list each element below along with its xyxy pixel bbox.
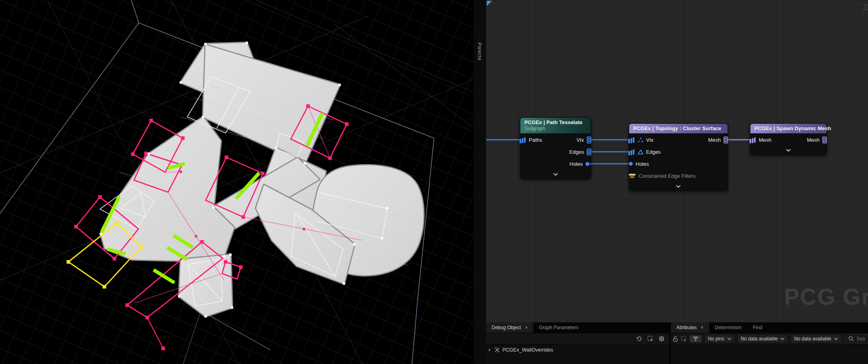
filter-icon xyxy=(693,336,698,341)
close-icon[interactable]: × xyxy=(701,325,704,330)
debug-panel-toolbar xyxy=(486,333,670,345)
stack-pin-icon xyxy=(822,137,827,143)
stack-pin-icon xyxy=(723,137,728,143)
debug-object-name: PCGEx_WallOverrides xyxy=(502,347,553,353)
palette-sidebar-tab[interactable]: Palette xyxy=(473,0,486,364)
pin-output-mesh[interactable]: Mesh xyxy=(807,137,827,143)
multi-data-pin-icon xyxy=(750,136,756,143)
pcg-graph-canvas[interactable]: Z PCG Gra PCGEx | Path Tesselate Subgrap… xyxy=(486,0,868,322)
node-title: PCGEx | Topology : Cluster Surface xyxy=(633,125,724,131)
close-icon[interactable]: × xyxy=(525,325,528,330)
filter-button[interactable] xyxy=(689,335,702,343)
pin-output-mesh[interactable]: Mesh xyxy=(708,137,728,143)
node-header: PCGEx | Path Tesselate Subgraph xyxy=(520,118,591,134)
bottom-dock: Debug Object × Graph Parameters xyxy=(486,322,868,364)
node-subtitle: Subgraph xyxy=(524,126,587,131)
stack-pin-icon xyxy=(586,137,592,143)
node-collapse-button[interactable] xyxy=(520,170,591,179)
pin-input-mesh[interactable]: Mesh xyxy=(750,136,772,143)
chevron-down-icon xyxy=(676,185,681,188)
node-header: PCGEx | Topology : Cluster Surface xyxy=(629,124,728,134)
multi-data-pin-icon xyxy=(628,148,635,155)
pins-dropdown[interactable]: No pins xyxy=(704,334,735,343)
node-topology-cluster-surface[interactable]: PCGEx | Topology : Cluster Surface Vtx M… xyxy=(629,123,728,191)
pin-output-vtx[interactable]: Vtx xyxy=(576,137,592,143)
search-placeholder: Sea xyxy=(856,336,865,342)
attributes-panel: Attributes × Determinism Find xyxy=(670,322,868,364)
node-spawn-dynamic-mesh[interactable]: PCGEx | Spawn Dynamic Mesh Mesh Mesh xyxy=(750,123,827,155)
node-path-tesselate[interactable]: PCGEx | Path Tesselate Subgraph Paths Vt… xyxy=(520,117,591,179)
tab-attributes[interactable]: Attributes × xyxy=(671,322,709,333)
point-pin-icon xyxy=(628,161,633,166)
node-title: PCGEx | Spawn Dynamic Mesh xyxy=(754,125,822,131)
pin-input-constrained-edge-filters[interactable]: Constrained Edge Filters xyxy=(628,173,696,179)
gear-icon xyxy=(658,336,665,342)
select-node-button[interactable] xyxy=(681,336,687,342)
unlock-icon xyxy=(672,336,678,342)
point-pin-icon xyxy=(585,162,592,166)
search-icon xyxy=(848,336,854,342)
history-back-button[interactable] xyxy=(636,336,642,342)
pin-input-vtx[interactable]: Vtx xyxy=(628,136,654,143)
debug-object-list: PCGEx_WallOverrides xyxy=(486,345,670,364)
tab-graph-parameters[interactable]: Graph Parameters xyxy=(533,322,584,333)
select-object-button[interactable] xyxy=(647,336,654,342)
marquee-select-icon xyxy=(647,336,654,342)
pcg-component-icon xyxy=(494,347,500,353)
stack-pin-icon xyxy=(586,149,592,155)
chevron-down-icon xyxy=(780,338,784,340)
lock-toggle-button[interactable] xyxy=(672,336,678,342)
settings-button[interactable] xyxy=(658,336,665,342)
data-dropdown-left[interactable]: No data available xyxy=(737,334,788,343)
chevron-down-icon xyxy=(727,338,731,340)
palette-label[interactable]: Palette xyxy=(477,42,482,61)
debug-panel-tabbar: Debug Object × Graph Parameters xyxy=(486,322,670,333)
pin-output-holes[interactable]: Holes xyxy=(570,161,592,167)
tab-determinism[interactable]: Determinism xyxy=(709,322,747,333)
history-icon xyxy=(636,336,642,342)
tab-find[interactable]: Find xyxy=(747,322,768,333)
data-dropdown-right[interactable]: No data available xyxy=(790,334,842,343)
list-item[interactable]: PCGEx_WallOverrides xyxy=(486,345,670,355)
viewport-scene xyxy=(0,0,473,364)
expander-triangle-icon[interactable] xyxy=(488,348,492,352)
viewport-3d[interactable] xyxy=(0,0,473,364)
node-header: PCGEx | Spawn Dynamic Mesh xyxy=(750,124,826,134)
filter-stack-icon xyxy=(628,173,636,179)
node-collapse-button[interactable] xyxy=(629,182,728,191)
edges-triangle-icon xyxy=(638,149,644,155)
search-input[interactable]: Sea xyxy=(844,334,868,343)
marquee-select-icon xyxy=(681,336,687,342)
node-title: PCGEx | Path Tesselate xyxy=(524,119,587,125)
pin-input-edges[interactable]: Edges xyxy=(628,148,661,155)
attributes-toolbar: No pins No data available No data availa… xyxy=(671,333,868,345)
tab-debug-object[interactable]: Debug Object × xyxy=(486,322,533,333)
pin-output-edges[interactable]: Edges xyxy=(569,149,592,155)
multi-data-pin-icon xyxy=(520,136,526,143)
vtx-cluster-icon xyxy=(638,137,644,143)
attributes-content xyxy=(671,345,868,364)
chevron-down-icon xyxy=(834,338,838,340)
attributes-panel-tabbar: Attributes × Determinism Find xyxy=(671,322,868,333)
node-collapse-button[interactable] xyxy=(750,146,826,155)
chevron-down-icon xyxy=(553,173,558,176)
pin-input-holes[interactable]: Holes xyxy=(628,161,649,167)
unreal-pcg-editor: Palette Z PCG Gra PCGEx | Path Tesselate… xyxy=(0,0,868,364)
pin-input-paths[interactable]: Paths xyxy=(520,136,542,143)
chevron-down-icon xyxy=(786,149,791,152)
multi-data-pin-icon xyxy=(628,136,635,143)
debug-object-panel: Debug Object × Graph Parameters xyxy=(486,322,670,364)
